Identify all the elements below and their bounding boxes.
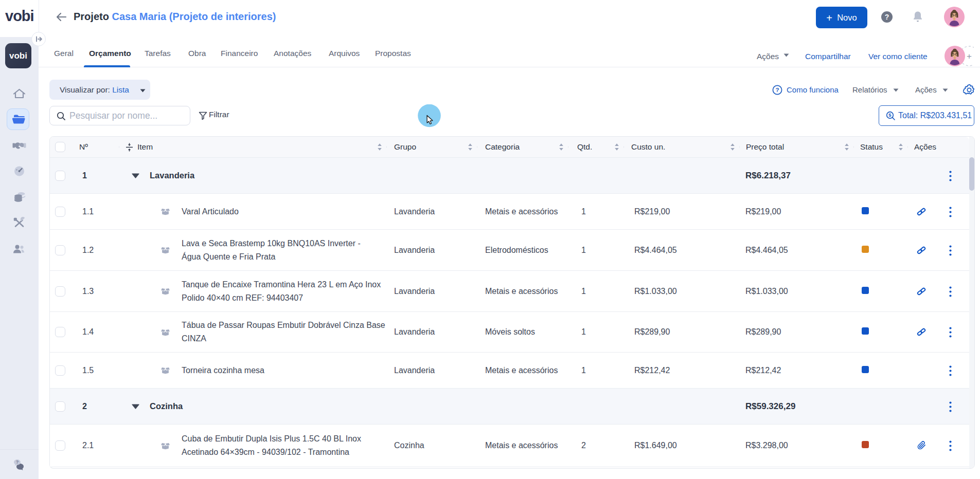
svg-text:+: + [967, 51, 972, 61]
svg-text:?: ? [775, 87, 779, 93]
svg-text:$: $ [888, 112, 892, 118]
svg-text:?: ? [16, 459, 19, 465]
